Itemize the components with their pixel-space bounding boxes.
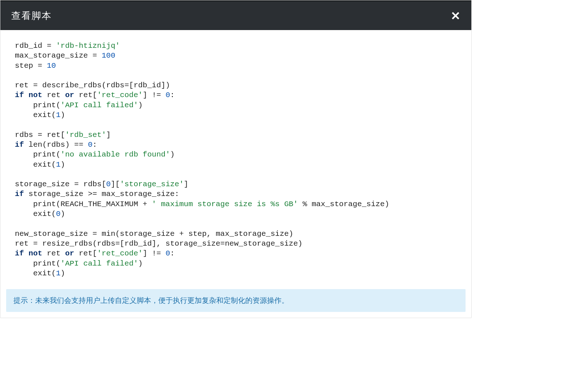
code-line: print(REACH_THE_MAXIMUM + ' maximum stor… xyxy=(15,200,389,208)
code-line: if not ret or ret['ret_code'] != 0: xyxy=(15,249,175,258)
modal-title: 查看脚本 xyxy=(11,9,52,22)
code-line: if not ret or ret['ret_code'] != 0: xyxy=(15,91,175,99)
code-line: max_storage_size = 100 xyxy=(15,51,115,60)
script-code-block: rdb_id = 'rdb-htiznijq' max_storage_size… xyxy=(15,41,457,278)
code-line: exit(1) xyxy=(15,269,65,278)
code-line: if storage_size >= max_storage_size: xyxy=(15,190,179,198)
hint-banner: 提示：未来我们会支持用户上传自定义脚本，便于执行更加复杂和定制化的资源操作。 xyxy=(6,289,466,312)
code-line: exit(0) xyxy=(15,210,65,218)
code-line: exit(1) xyxy=(15,160,65,169)
code-line: ret = describe_rdbs(rdbs=[rdb_id]) xyxy=(15,81,170,89)
code-line: print('API call failed') xyxy=(15,101,143,109)
modal-body: rdb_id = 'rdb-htiznijq' max_storage_size… xyxy=(0,30,471,285)
code-line: print('API call failed') xyxy=(15,259,143,268)
code-line: ret = resize_rdbs(rdbs=[rdb_id], storage… xyxy=(15,239,303,248)
code-line: storage_size = rdbs[0]['storage_size'] xyxy=(15,180,188,188)
code-line: if len(rdbs) == 0: xyxy=(15,141,97,149)
modal-header: 查看脚本 ✕ xyxy=(0,0,471,30)
code-line: exit(1) xyxy=(15,111,65,119)
close-icon[interactable]: ✕ xyxy=(451,10,460,22)
hint-text: 未来我们会支持用户上传自定义脚本，便于执行更加复杂和定制化的资源操作。 xyxy=(35,296,289,304)
code-line: rdbs = ret['rdb_set'] xyxy=(15,131,111,139)
code-line: rdb_id = 'rdb-htiznijq' xyxy=(15,42,120,50)
hint-prefix: 提示： xyxy=(13,296,35,304)
code-line: print('no available rdb found') xyxy=(15,150,175,159)
code-line: new_storage_size = min(storage_size + st… xyxy=(15,230,293,238)
view-script-modal: 查看脚本 ✕ rdb_id = 'rdb-htiznijq' max_stora… xyxy=(0,0,472,318)
code-line: step = 10 xyxy=(15,62,56,70)
